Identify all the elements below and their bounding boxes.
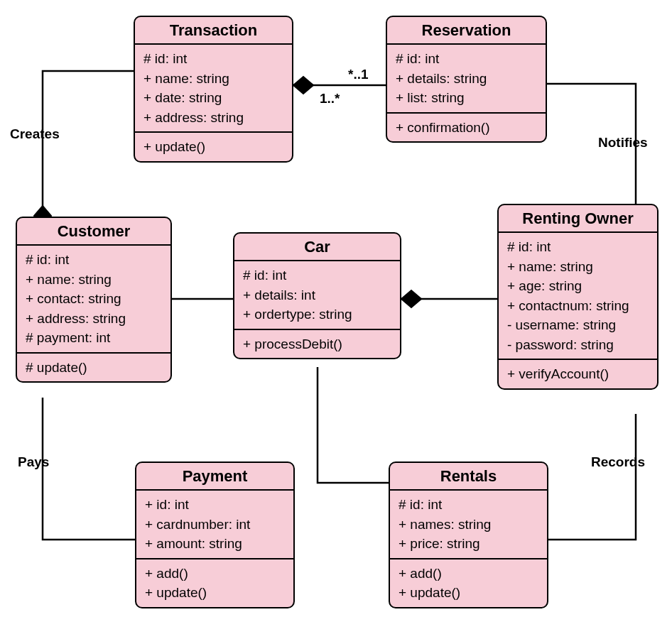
attr: + address: string bbox=[143, 108, 283, 128]
class-title: Rentals bbox=[390, 463, 547, 491]
attr: + contactnum: string bbox=[507, 296, 649, 316]
methods: # update() bbox=[17, 352, 170, 382]
attr: # id: int bbox=[243, 266, 391, 285]
methods: + processDebit() bbox=[234, 329, 400, 359]
class-renting-owner: Renting Owner # id: int + name: string +… bbox=[497, 204, 659, 390]
attr: + amount: string bbox=[145, 534, 285, 554]
attr: # id: int bbox=[26, 250, 162, 270]
attributes: # id: int + details: string + list: stri… bbox=[387, 45, 546, 112]
attr: # id: int bbox=[396, 49, 537, 69]
edge-label-pays: Pays bbox=[18, 454, 49, 470]
method: + processDebit() bbox=[243, 334, 391, 354]
methods: + verifyAccount() bbox=[499, 359, 657, 388]
class-rentals: Rentals # id: int + names: string + pric… bbox=[389, 462, 548, 608]
edge-label-notifies: Notifies bbox=[598, 135, 648, 151]
attr: + name: string bbox=[143, 69, 283, 89]
method: + add() bbox=[399, 564, 538, 584]
attr: + name: string bbox=[507, 257, 649, 277]
attributes: # id: int + details: int + ordertype: st… bbox=[234, 261, 400, 329]
attr: # payment: int bbox=[26, 328, 162, 348]
class-title: Transaction bbox=[135, 17, 292, 45]
attr: + id: int bbox=[145, 495, 285, 515]
attr: + cardnumber: int bbox=[145, 515, 285, 535]
attr: + date: string bbox=[143, 88, 283, 108]
class-payment: Payment + id: int + cardnumber: int + am… bbox=[135, 462, 295, 608]
attr: + ordertype: string bbox=[243, 305, 391, 324]
method: + update() bbox=[399, 583, 538, 603]
svg-marker-5 bbox=[401, 290, 421, 307]
attr: + list: string bbox=[396, 88, 537, 108]
class-title: Customer bbox=[17, 218, 170, 246]
class-title: Reservation bbox=[387, 17, 546, 45]
attributes: # id: int + names: string + price: strin… bbox=[390, 491, 547, 558]
class-title: Payment bbox=[136, 463, 293, 491]
method: + update() bbox=[145, 583, 285, 603]
attr: + contact: string bbox=[26, 289, 162, 309]
attr: + details: string bbox=[396, 69, 537, 89]
attr: + details: int bbox=[243, 285, 391, 305]
attr: - password: string bbox=[507, 335, 649, 355]
method: + verifyAccount() bbox=[507, 364, 649, 384]
attr: # id: int bbox=[399, 495, 538, 515]
attr: - username: string bbox=[507, 315, 649, 335]
methods: + confirmation() bbox=[387, 112, 546, 142]
class-title: Renting Owner bbox=[499, 205, 657, 233]
method: + update() bbox=[143, 137, 283, 157]
class-title: Car bbox=[234, 234, 400, 261]
attr: + name: string bbox=[26, 270, 162, 290]
method: # update() bbox=[26, 358, 162, 378]
class-transaction: Transaction # id: int + name: string + d… bbox=[134, 16, 293, 163]
uml-canvas: Creates Notifies Pays Records *..1 1..* … bbox=[0, 0, 672, 639]
attributes: + id: int + cardnumber: int + amount: st… bbox=[136, 491, 293, 558]
attr: + age: string bbox=[507, 276, 649, 296]
attributes: # id: int + name: string + contact: stri… bbox=[17, 246, 170, 352]
class-reservation: Reservation # id: int + details: string … bbox=[386, 16, 547, 143]
class-customer: Customer # id: int + name: string + cont… bbox=[16, 217, 172, 383]
attributes: # id: int + name: string + age: string +… bbox=[499, 233, 657, 359]
methods: + add() + update() bbox=[136, 558, 293, 607]
svg-marker-2 bbox=[293, 77, 313, 94]
attr: # id: int bbox=[143, 49, 283, 69]
edge-label-creates: Creates bbox=[10, 126, 60, 142]
edge-label-records: Records bbox=[591, 454, 645, 470]
method: + add() bbox=[145, 564, 285, 584]
attr: + address: string bbox=[26, 309, 162, 329]
method: + confirmation() bbox=[396, 118, 537, 138]
methods: + add() + update() bbox=[390, 558, 547, 607]
class-car: Car # id: int + details: int + ordertype… bbox=[233, 232, 401, 359]
attr: # id: int bbox=[507, 237, 649, 257]
mult-trans-res-top: *..1 bbox=[348, 67, 369, 82]
attributes: # id: int + name: string + date: string … bbox=[135, 45, 292, 131]
attr: + names: string bbox=[399, 515, 538, 535]
mult-trans-res-bottom: 1..* bbox=[320, 91, 340, 106]
attr: + price: string bbox=[399, 534, 538, 554]
methods: + update() bbox=[135, 131, 292, 161]
